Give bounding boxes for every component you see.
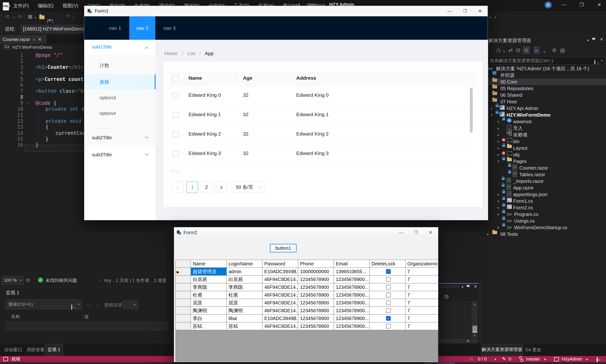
grid-cell[interactable]: admin (227, 268, 262, 275)
grid-cell[interactable]: 46F94C8DE14... (262, 291, 298, 299)
filter-dropdown-icon[interactable]: ▾ (503, 49, 505, 55)
close-button[interactable]: ✕ (472, 6, 488, 16)
page-1-button[interactable]: 1 (187, 182, 198, 193)
sidebar-submenu-title-2[interactable]: sub2Title (84, 130, 156, 146)
row-selector[interactable] (176, 299, 191, 307)
grid-cell[interactable]: 7 (405, 322, 438, 330)
grid-cell[interactable]: 46F94C8DE14... (262, 299, 298, 307)
edits-count[interactable]: 0 (509, 356, 511, 362)
page-size-select[interactable]: 50 条/页 (232, 182, 265, 193)
toolbar-grip[interactable] (1, 13, 2, 21)
form2-window[interactable]: Form2 — ❐ ✕ button1 Name LoginName Passw… (174, 227, 438, 362)
menu-view[interactable]: 视图(V) (63, 3, 78, 9)
chevron-down-icon[interactable]: ▾ (601, 57, 603, 64)
branch-name[interactable]: master (526, 356, 540, 362)
navigate-back-dropdown-icon[interactable]: ▾ (13, 15, 15, 21)
row-selector[interactable] (176, 307, 191, 314)
tree-row-imports-node[interactable]: ▸导入 (486, 125, 606, 131)
preview-selected-icon[interactable]: ▤ (560, 47, 565, 53)
grid-cell[interactable]: 屈原 (191, 299, 226, 307)
health-status-text[interactable]: 未找到相关问题 (45, 277, 77, 284)
sidebar-item-option4[interactable]: option4 (84, 106, 156, 121)
grid-col-password[interactable]: Password (262, 260, 298, 268)
close-icon[interactable]: ✕ (474, 284, 477, 289)
grid-cell[interactable]: 李白 (191, 314, 226, 322)
grid-cell[interactable]: 12345678900 (298, 291, 334, 299)
open-folder-icon[interactable] (39, 15, 44, 19)
panel-splitter[interactable] (480, 283, 480, 343)
window-minimize-button[interactable]: — (562, 2, 566, 7)
chevron-collapsed-icon[interactable]: ▸ (497, 145, 499, 151)
process-combo[interactable]: [168912] HZY.WinFormDemo.e (21, 25, 87, 33)
chevron-collapsed-icon[interactable]: ▸ (497, 191, 499, 198)
tree-row-07-host[interactable]: 07 Host (486, 98, 606, 105)
menu-edit[interactable]: 编辑(E) (38, 3, 54, 9)
sync-icon[interactable]: ⇄ (509, 47, 513, 53)
watch-col-value[interactable]: 值 (84, 314, 89, 320)
watch-empty-cell[interactable] (5, 322, 83, 331)
grid-cell[interactable]: 12345678900 (298, 283, 334, 291)
tab-counter-razor[interactable]: Counter.razor ⊹ ✕ (0, 35, 46, 44)
table-row[interactable]: Edward King 2 32 Edward King 2 (169, 125, 477, 144)
tree-row-00-core[interactable]: 00 Core (486, 78, 606, 85)
undo-icon[interactable]: ↶ (66, 13, 70, 19)
sidebar-submenu-title-1[interactable]: sub1Title (84, 40, 156, 55)
horizontal-scrollbar[interactable]: ▶ (438, 339, 478, 343)
grid-cell[interactable]: 12345678900... (334, 291, 370, 299)
breadcrumb-app[interactable]: App (205, 51, 214, 56)
undo-dropdown-icon[interactable]: ▾ (72, 15, 74, 21)
col-name[interactable]: Name (189, 75, 202, 81)
grid-cell[interactable]: 7 (405, 307, 438, 314)
table-scrollbar-thumb[interactable] (470, 88, 473, 133)
grid-cell-checkbox[interactable] (370, 275, 405, 283)
nav-item-2-active[interactable]: nav 2 (129, 16, 155, 40)
new-project-dropdown-icon[interactable]: ▾ (35, 15, 36, 21)
grid-col-organizationid[interactable]: OrganizationIc (405, 260, 438, 268)
grid-cell[interactable]: 46F94C8DE14... (262, 307, 298, 314)
tree-row-06-shared[interactable]: 06 Shared (486, 92, 606, 98)
tree-row-hzy-api-admin[interactable]: ▸HZY.Api.Admin (486, 105, 606, 112)
breadcrumb-list[interactable]: List (188, 51, 195, 56)
document-health-icon[interactable]: ⧉ (26, 277, 29, 283)
grid-cell[interactable]: 杜甫 (191, 291, 226, 299)
grid-cell[interactable]: E10ADC3949B... (262, 314, 298, 322)
codelens-collapse-icon[interactable]: ‹ (99, 277, 101, 283)
table-row[interactable]: Edward King 1 32 Edward King 1 (169, 105, 477, 125)
row-selector[interactable] (176, 314, 191, 322)
table-row[interactable]: Edward King 3 32 Edward King 3 (169, 144, 477, 163)
row-selector[interactable] (176, 283, 191, 291)
close-tab-icon[interactable]: ✕ (38, 37, 42, 42)
search-depth-select[interactable]: ▾ (123, 300, 138, 309)
scroll-right-icon[interactable]: ▶ (467, 339, 469, 342)
grid-cell-checkbox[interactable] (370, 299, 405, 307)
feedback-icon[interactable] (3, 357, 8, 361)
page-next-button[interactable] (215, 182, 226, 193)
chevron-collapsed-icon[interactable]: ▸ (487, 231, 489, 237)
tree-row-counter-razor[interactable]: @Counter.razor (486, 165, 606, 171)
git-codelens-info[interactable]: hzy，1 天前 | 1 名作者，1 项更 (104, 277, 167, 284)
table-row-partial[interactable] (169, 163, 477, 173)
grid-cell[interactable]: 白居易 (227, 275, 262, 283)
user-avatar[interactable]: 郝 (545, 1, 552, 9)
tree-row-dependencies[interactable]: ▸依赖项 (486, 131, 606, 138)
tab-solution-explorer[interactable]: 解决方案资源管理器 (481, 344, 523, 355)
grid-cell[interactable]: 7 (405, 268, 438, 275)
form1-title-bar[interactable]: Form1 — ❐ ✕ (84, 6, 488, 16)
grid-cell[interactable]: 李商隐 (227, 283, 262, 291)
tree-row-solution[interactable]: ⋈解决方案 'HZY.Admin' (16 个项目，共 16 个) (486, 65, 606, 72)
grid-cell[interactable]: 1396510655... (334, 268, 370, 275)
tab-watch1[interactable]: 监视 1 (45, 344, 63, 355)
grid-cell[interactable]: 7 (405, 299, 438, 307)
chevron-collapsed-icon[interactable]: ▸ (491, 105, 493, 112)
table-row[interactable]: Edward King 0 32 Edward King 0 (169, 86, 477, 105)
tab-locals[interactable]: 局部变量 (27, 347, 44, 353)
nav-item-3[interactable]: nav 3 (156, 16, 183, 40)
tree-row-05-repositories[interactable]: 05 Repositories (486, 85, 606, 92)
grid-cell[interactable]: 10000000000 (298, 268, 334, 275)
grid-col-name[interactable]: Name (191, 260, 226, 268)
collapse-all-icon[interactable]: ⊟ (516, 47, 520, 53)
button1[interactable]: button1 (270, 244, 296, 252)
grid-cell[interactable]: 屈原 (227, 299, 262, 307)
breadcrumb-home[interactable]: Home (164, 51, 178, 56)
editor-zoom-control[interactable]: 100 % ▾ (1, 276, 24, 285)
